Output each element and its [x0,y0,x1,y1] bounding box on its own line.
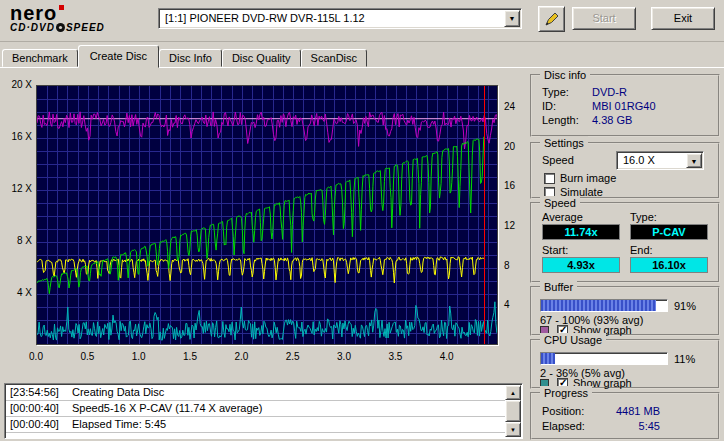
tab-page-create-disc: 20 X16 X12 X8 X4 X24201612840.00.51.01.5… [0,67,724,441]
exit-button[interactable]: Exit [651,7,715,30]
speed-panel: Speed Average 11.74x Type: P-CAV Start: … [530,202,720,283]
start-button[interactable]: Start [572,7,636,30]
progress-panel: Progress Position: 4481 MB Elapsed: 5:45 [530,392,720,440]
disc-type-label: Type: [542,86,569,98]
disc-length-label: Length: [542,114,579,126]
end-label: End: [630,244,653,256]
y-axis-left-label: 4 X [2,287,32,298]
log-entry-text: Speed5-16 X P-CAV (11.74 X average) [72,402,262,414]
write-speed-line [37,136,485,294]
burn-image-checkbox[interactable] [544,173,555,184]
position-label: Position: [542,405,584,417]
log-entry-text: Elapsed Time: 5:45 [72,418,166,430]
x-axis-label: 3.5 [384,351,406,362]
y-axis-left-label: 16 X [2,131,32,142]
log-list: [23:54:56]Creating Data Disc[00:00:40]Sp… [6,385,505,437]
start-value: 4.93x [542,257,620,273]
cpu-title: CPU Usage [540,333,606,347]
disc-info-title: Disc info [540,68,590,82]
tab-scandisc[interactable]: ScanDisc [301,49,367,67]
buffer-bar-fill [541,300,656,311]
progress-title: Progress [540,386,592,400]
x-axis-label: 0.5 [76,351,98,362]
tab-benchmark[interactable]: Benchmark [2,49,78,67]
app-header: nero CD·DVDSPEED [1:1] PIONEER DVD-RW DV… [0,0,724,42]
buffer-bar [540,299,668,312]
logo-product: CD·DVDSPEED [10,22,105,33]
type-value: P-CAV [630,224,708,240]
cpu-usage-line [37,302,498,340]
average-value: 11.74x [542,224,620,240]
burn-image-label: Burn image [560,172,616,184]
buffer-percent: 91% [674,300,696,312]
tab-create-disc[interactable]: Create Disc [78,45,159,68]
x-axis-label: 4.0 [436,351,458,362]
settings-panel: Settings Speed 16.0 X ▼ Burn image Simul… [530,142,720,199]
logo-product-right: SPEED [66,22,105,33]
speed-select-dropdown-button[interactable]: ▼ [686,153,702,168]
x-axis-label: 1.0 [128,351,150,362]
scrollbar-thumb[interactable] [505,400,521,422]
write-speed-chart [36,85,498,345]
type-label: Type: [630,211,657,223]
log-entry[interactable]: [23:54:56]Creating Data Disc [6,385,505,401]
y-axis-left-label: 12 X [2,183,32,194]
speed-panel-title: Speed [540,196,580,210]
cpu-bar [540,352,668,365]
write-tool-button[interactable] [538,6,565,32]
buffer-title: Buffer [540,280,577,294]
y-axis-right-label: 12 [504,220,526,231]
y-axis-right-label: 4 [504,299,526,310]
cpu-percent: 11% [674,353,695,365]
y-axis-left-label: 20 X [2,79,32,90]
end-value: 16.10x [630,257,708,273]
tab-bar: Benchmark Create Disc Disc Info Disc Qua… [2,45,722,68]
speed-select-value: 16.0 X [623,154,655,166]
nero-logo: nero CD·DVDSPEED [10,3,105,33]
disc-id-label: ID: [542,100,556,112]
disc-info-panel: Disc info Type: DVD-R ID: MBI 01RG40 Len… [530,74,720,137]
drive-selector-value: [1:1] PIONEER DVD-RW DVR-115L 1.12 [165,12,365,24]
drive-selector-dropdown-button[interactable]: ▼ [504,10,520,27]
log-entry-time: [23:54:56] [10,385,72,400]
speed-setting-label: Speed [542,154,574,166]
x-axis-label: 2.5 [282,351,304,362]
status-log[interactable]: [23:54:56]Creating Data Disc[00:00:40]Sp… [4,383,523,439]
cpu-panel: CPU Usage 11% 2 - 36% (5% avg) Show grap… [530,339,720,389]
exit-button-label: Exit [674,12,692,24]
drive-selector[interactable]: [1:1] PIONEER DVD-RW DVR-115L 1.12 ▼ [158,8,522,29]
chart-area: 20 X16 X12 X8 X4 X24201612840.00.51.01.5… [0,68,528,378]
logo-red-dot-icon [59,5,64,10]
scroll-down-button[interactable]: ▼ [505,422,521,437]
buffer-panel: Buffer 91% 67 - 100% (93% avg) Show grap… [530,286,720,336]
scroll-down-icon: ▼ [510,427,516,433]
y-axis-right-label: 20 [504,141,526,152]
disc-type-value: DVD-R [592,86,627,98]
scroll-up-button[interactable]: ▲ [505,385,521,400]
x-axis-label: 2.0 [230,351,252,362]
log-entry-time: [00:00:40] [10,417,72,432]
chevron-down-icon: ▼ [691,158,698,165]
disc-id-value: MBI 01RG40 [592,100,656,112]
average-label: Average [542,211,583,223]
y-axis-right-label: 16 [504,180,526,191]
speed-select[interactable]: 16.0 X ▼ [616,151,704,170]
log-scrollbar[interactable]: ▲ ▼ [505,385,521,437]
y-axis-left-label: 8 X [2,235,32,246]
x-axis-label: 1.5 [179,351,201,362]
logo-brand: nero [10,3,105,23]
tab-disc-info[interactable]: Disc Info [159,49,222,67]
elapsed-label: Elapsed: [542,420,585,432]
elapsed-value: 5:45 [594,420,660,432]
x-axis-label: 3.0 [333,351,355,362]
y-axis-right-label: 8 [504,260,526,271]
log-entry[interactable]: [00:00:40]Speed5-16 X P-CAV (11.74 X ave… [6,401,505,417]
hand-pen-icon [543,10,561,28]
buffer-level-line [37,112,498,149]
tab-disc-quality[interactable]: Disc Quality [222,49,301,67]
chevron-down-icon: ▼ [509,15,516,22]
settings-title: Settings [540,136,588,150]
x-axis-label: 0.0 [25,351,47,362]
logo-product-left: CD·DVD [10,22,55,33]
log-entry[interactable]: [00:00:40]Elapsed Time: 5:45 [6,417,505,433]
